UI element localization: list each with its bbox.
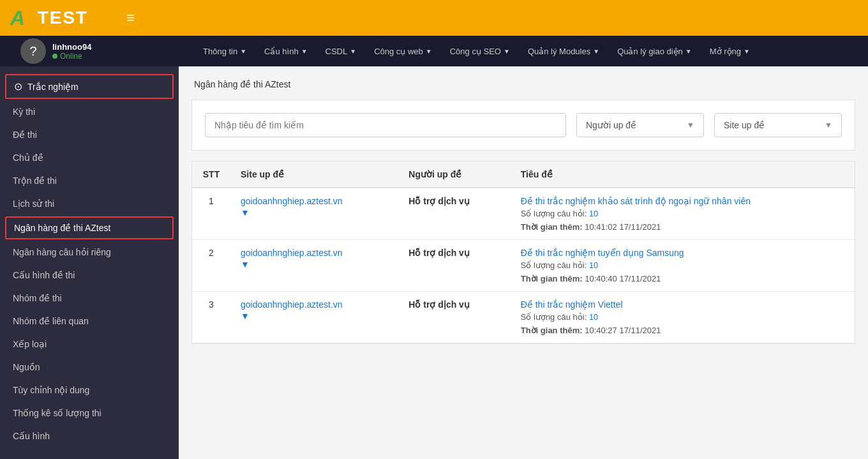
cell-title: Đề thi trắc nghiệm tuyển dụng Samsung Số… (511, 240, 855, 292)
question-count: 10 (589, 312, 598, 322)
circle-dot-icon: ⊙ (14, 80, 22, 93)
search-panel: Người up đề ▼ Site up đề ▼ (191, 100, 855, 151)
online-dot (52, 54, 57, 59)
table-row: 1 goidoanhnghiep.aztest.vn ▼ Hỗ trợ dịch… (192, 188, 855, 240)
filter-icon[interactable]: ▼ (241, 207, 388, 218)
sidebar-item-trondethi[interactable]: Trộn đề thi (0, 169, 179, 192)
table-container: STT Site up đề Người up đề Tiêu đề 1 goi… (191, 161, 855, 344)
sidebar-item-cauhinh-dethi[interactable]: Cấu hình đề thi (0, 264, 179, 287)
nguoi-up-de-dropdown[interactable]: Người up đề ▼ (576, 113, 704, 137)
added-time: 10:40:40 17/11/2021 (585, 274, 661, 283)
meta-added-time: Thời gian thêm: 10:40:27 17/11/2021 (521, 326, 844, 335)
table-header-row: STT Site up đề Người up đề Tiêu đề (192, 162, 855, 188)
logo: AZ TEST (10, 6, 88, 30)
chevron-down-icon: ▼ (685, 48, 692, 55)
question-count: 10 (589, 209, 598, 218)
nav-bar: ? linhnoo94 Online Thông tin ▼ Cấu hình … (0, 36, 868, 66)
cell-user: Hỗ trợ dịch vụ (398, 188, 510, 240)
chevron-down-icon: ▼ (504, 48, 510, 55)
chevron-down-icon: ▼ (240, 48, 246, 55)
user-section: ? linhnoo94 Online (10, 38, 189, 64)
cell-site: goidoanhnghiep.aztest.vn ▼ (230, 188, 398, 240)
meta-question-count: Số lượng câu hỏi: 10 (521, 312, 844, 322)
sidebar-item-chude[interactable]: Chủ đề (0, 146, 179, 169)
user-name: Hỗ trợ dịch vụ (408, 196, 470, 206)
top-bar: AZ TEST ≡ (0, 0, 868, 36)
search-input[interactable] (205, 113, 566, 137)
meta-question-count: Số lượng câu hỏi: 10 (521, 209, 844, 218)
main-content: Ngân hàng đề thi AZtest Người up đề ▼ Si… (179, 66, 868, 459)
added-time: 10:41:02 17/11/2021 (585, 222, 661, 232)
user-name: Hỗ trợ dịch vụ (408, 248, 470, 258)
nav-item-cauhinh[interactable]: Cấu hình ▼ (257, 41, 315, 61)
cell-site: goidoanhnghiep.aztest.vn ▼ (230, 240, 398, 292)
col-title: Tiêu đề (511, 162, 855, 188)
nav-item-modules[interactable]: Quản lý Modules ▼ (520, 41, 607, 61)
cell-stt: 1 (192, 188, 230, 240)
sidebar-item-xeploai[interactable]: Xếp loại (0, 333, 179, 356)
sidebar-item-nhom-dethi[interactable]: Nhóm đề thi (0, 287, 179, 310)
title-link[interactable]: Đề thi trắc nghiệm khảo sát trình độ ngo… (521, 196, 751, 206)
label-so-luong: Số lượng câu hỏi: (521, 312, 587, 322)
filter-icon[interactable]: ▼ (241, 311, 388, 321)
nav-item-csdl[interactable]: CSDL ▼ (318, 41, 364, 61)
chevron-down-icon: ▼ (426, 48, 432, 55)
sidebar-item-nguon[interactable]: Nguồn (0, 356, 179, 379)
user-name: Hỗ trợ dịch vụ (408, 299, 470, 310)
col-site: Site up đề (230, 162, 398, 188)
added-time: 10:40:27 17/11/2021 (585, 326, 661, 335)
sidebar-item-kythi[interactable]: Kỳ thi (0, 100, 179, 123)
label-thoi-gian: Thời gian thêm: (521, 274, 583, 283)
site-link[interactable]: goidoanhnghiep.aztest.vn (241, 299, 388, 310)
table-row: 3 goidoanhnghiep.aztest.vn ▼ Hỗ trợ dịch… (192, 292, 855, 343)
cell-stt: 2 (192, 240, 230, 292)
filter-icon[interactable]: ▼ (241, 259, 388, 269)
chevron-down-icon: ▼ (744, 48, 750, 55)
nav-item-congcuweb[interactable]: Công cụ web ▼ (366, 41, 440, 61)
nav-item-morong[interactable]: Mở rộng ▼ (702, 41, 758, 61)
hamburger-button[interactable]: ≡ (126, 10, 135, 26)
site-up-de-dropdown[interactable]: Site up đề ▼ (714, 113, 842, 137)
logo-az-text: AZ (10, 6, 35, 30)
data-table: STT Site up đề Người up đề Tiêu đề 1 goi… (192, 162, 855, 343)
sidebar-section-tracnghiem: ⊙ Trắc nghiệm Kỳ thi Đề thi Chủ đề Trộn … (0, 66, 179, 454)
col-stt: STT (192, 162, 230, 188)
sidebar-item-nhom-lienquan[interactable]: Nhóm đề liên quan (0, 310, 179, 333)
cell-user: Hỗ trợ dịch vụ (398, 240, 510, 292)
cell-site: goidoanhnghiep.aztest.vn ▼ (230, 292, 398, 343)
online-status: Online (52, 52, 91, 61)
site-link[interactable]: goidoanhnghiep.aztest.vn (241, 248, 388, 258)
cell-title: Đề thi trắc nghiệm khảo sát trình độ ngo… (511, 188, 855, 240)
logo-test-text: TEST (38, 8, 89, 28)
avatar: ? (20, 38, 46, 64)
site-link[interactable]: goidoanhnghiep.aztest.vn (241, 196, 388, 206)
question-count: 10 (589, 260, 598, 270)
cell-stt: 3 (192, 292, 230, 343)
sidebar-item-nganhang-aztest[interactable]: Ngân hàng đề thi AZtest (5, 216, 174, 239)
sidebar-item-dethi[interactable]: Đề thi (0, 123, 179, 146)
label-so-luong: Số lượng câu hỏi: (521, 209, 587, 218)
sidebar: ⊙ Trắc nghiệm Kỳ thi Đề thi Chủ đề Trộn … (0, 66, 179, 459)
chevron-down-icon: ▼ (593, 48, 599, 55)
chevron-down-icon: ▼ (687, 121, 694, 130)
title-link[interactable]: Đề thi trắc nghiệm Viettel (521, 299, 623, 310)
label-thoi-gian: Thời gian thêm: (521, 222, 583, 232)
nav-menu: Thông tin ▼ Cấu hình ▼ CSDL ▼ Công cụ we… (195, 41, 758, 61)
sidebar-item-cauhinh[interactable]: Cấu hình (0, 425, 179, 448)
meta-question-count: Số lượng câu hỏi: 10 (521, 260, 844, 270)
cell-user: Hỗ trợ dịch vụ (398, 292, 510, 343)
chevron-down-icon: ▼ (350, 48, 356, 55)
sidebar-item-tuychinhnoidung[interactable]: Tùy chỉnh nội dung (0, 379, 179, 402)
nav-item-congcuseo[interactable]: Công cụ SEO ▼ (442, 41, 518, 61)
chevron-down-icon: ▼ (301, 48, 308, 55)
sidebar-item-lichsuthi[interactable]: Lịch sử thi (0, 192, 179, 215)
sidebar-item-nganhang-cauhoi[interactable]: Ngân hàng câu hỏi riêng (0, 241, 179, 264)
chevron-down-icon: ▼ (825, 121, 832, 130)
breadcrumb: Ngân hàng đề thi AZtest (191, 79, 855, 89)
meta-added-time: Thời gian thêm: 10:40:40 17/11/2021 (521, 274, 844, 283)
title-link[interactable]: Đề thi trắc nghiệm tuyển dụng Samsung (521, 248, 684, 258)
nav-item-giaodien[interactable]: Quản lý giao diện ▼ (610, 41, 700, 61)
sidebar-item-tracnghiem[interactable]: ⊙ Trắc nghiệm (5, 74, 174, 99)
sidebar-item-thongkesoluong[interactable]: Thống kê số lượng thi (0, 402, 179, 425)
nav-item-thongtin[interactable]: Thông tin ▼ (195, 41, 254, 61)
